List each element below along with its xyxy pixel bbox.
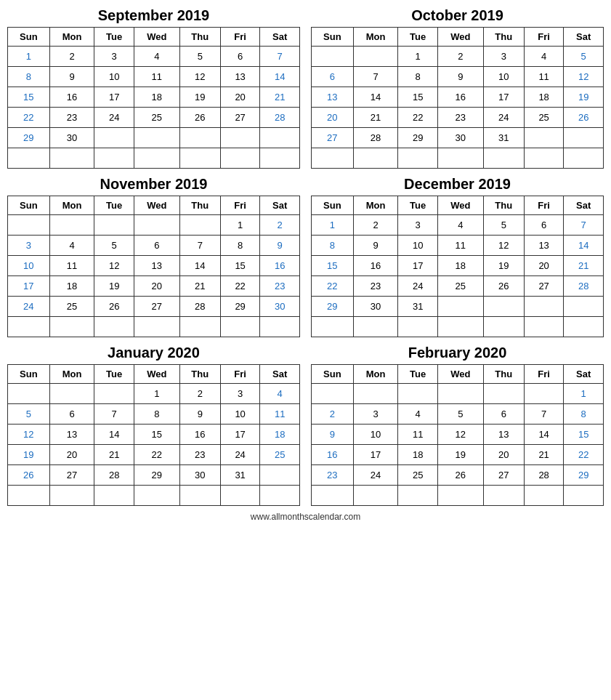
day-cell: 6 [524,215,564,236]
day-cell: 21 [94,445,134,465]
day-cell: 16 [437,87,483,108]
day-cell [312,384,354,404]
day-cell [437,148,483,169]
day-cell: 26 [8,465,50,486]
day-cell: 17 [483,87,524,108]
day-cell [483,486,524,506]
day-cell: 30 [260,297,300,317]
day-cell: 27 [134,297,179,317]
day-cell [179,215,220,236]
day-cell: 18 [260,425,300,445]
day-cell: 10 [8,256,50,276]
day-cell: 31 [220,465,260,486]
week-row-2: 10111213141516 [8,256,300,276]
calendar-block-1: October 2019SunMonTueWedThuFriSat1234567… [311,7,604,169]
day-cell: 10 [220,404,260,425]
week-row-1: 2345678 [312,404,604,425]
day-cell: 10 [483,67,524,87]
week-row-5 [8,317,300,337]
week-row-1: 3456789 [8,236,300,256]
day-cell [8,486,50,506]
day-cell: 4 [134,47,179,67]
week-row-0: 1234567 [8,47,300,67]
day-cell: 15 [134,425,179,445]
day-cell: 27 [312,128,354,148]
day-cell: 20 [524,256,564,276]
day-cell: 17 [398,256,438,276]
day-cell [437,384,483,404]
day-cell: 22 [8,108,50,128]
day-cell: 28 [260,108,300,128]
footer: www.allmonthscalendar.com [7,512,604,522]
week-row-2: 12131415161718 [8,425,300,445]
col-header-sun: Sun [312,28,354,47]
day-cell: 15 [398,87,438,108]
day-cell: 13 [312,87,354,108]
day-cell: 16 [260,256,300,276]
day-cell: 14 [94,425,134,445]
day-cell [437,317,483,337]
col-header-thu: Thu [483,28,524,47]
day-cell: 27 [220,108,260,128]
day-cell [94,128,134,148]
day-cell: 7 [524,404,564,425]
day-cell: 14 [524,425,564,445]
calendar-title-0: September 2019 [7,7,300,24]
col-header-fri: Fri [220,28,260,47]
day-cell: 21 [524,445,564,465]
col-header-mon: Mon [353,196,398,215]
day-cell: 6 [483,404,524,425]
day-cell: 12 [483,236,524,256]
day-cell: 11 [398,425,438,445]
day-cell: 3 [220,384,260,404]
day-cell: 21 [179,276,220,297]
day-cell: 11 [260,404,300,425]
day-cell [524,384,564,404]
day-cell [437,486,483,506]
week-row-3: 16171819202122 [312,445,604,465]
col-header-mon: Mon [353,28,398,47]
col-header-thu: Thu [179,365,220,384]
day-cell [564,128,604,148]
calendar-block-2: November 2019SunMonTueWedThuFriSat123456… [7,176,300,337]
day-cell: 6 [134,236,179,256]
day-cell [483,384,524,404]
day-cell: 28 [94,465,134,486]
day-cell: 13 [134,256,179,276]
day-cell: 11 [134,67,179,87]
day-cell [49,317,94,337]
day-cell: 23 [260,276,300,297]
day-cell: 26 [564,108,604,128]
day-cell: 2 [49,47,94,67]
day-cell [524,486,564,506]
day-cell: 2 [353,215,398,236]
day-cell: 1 [220,215,260,236]
col-header-fri: Fri [524,28,564,47]
day-cell: 22 [220,276,260,297]
col-header-sat: Sat [564,28,604,47]
day-cell: 3 [353,404,398,425]
day-cell [564,297,604,317]
day-cell: 29 [220,297,260,317]
day-cell: 5 [8,404,50,425]
day-cell: 7 [353,67,398,87]
day-cell: 19 [8,445,50,465]
day-cell: 9 [312,425,354,445]
day-cell: 7 [564,215,604,236]
day-cell [220,486,260,506]
col-header-tue: Tue [398,28,438,47]
week-row-1: 6789101112 [312,67,604,87]
col-header-sun: Sun [8,196,50,215]
day-cell [260,128,300,148]
col-header-fri: Fri [524,196,564,215]
week-row-0: 1 [312,384,604,404]
col-header-sun: Sun [8,28,50,47]
day-cell: 13 [220,67,260,87]
day-cell: 10 [353,425,398,445]
week-row-3: 22232425262728 [8,108,300,128]
day-cell: 13 [483,425,524,445]
day-cell: 29 [398,128,438,148]
day-cell: 21 [353,108,398,128]
day-cell: 24 [220,445,260,465]
day-cell [353,384,398,404]
